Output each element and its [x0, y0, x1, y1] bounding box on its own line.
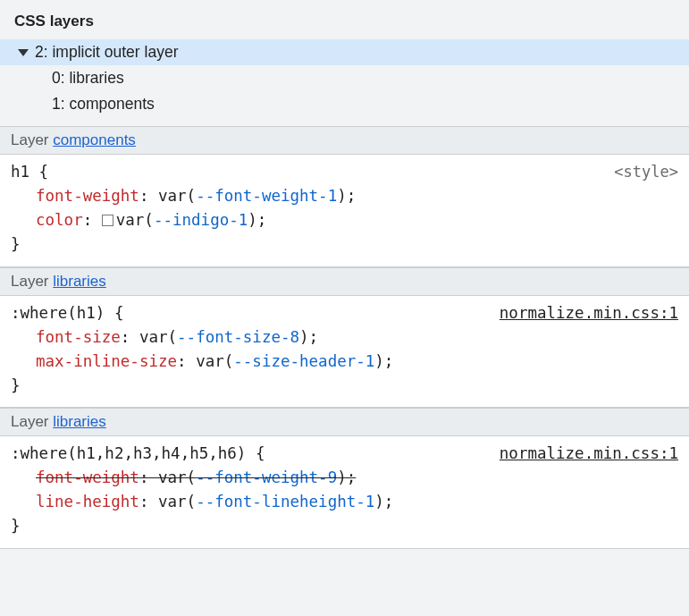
- css-declaration[interactable]: font-weight: var(--font-weight-1);: [11, 184, 678, 208]
- layer-header-prefix: Layer: [11, 131, 53, 148]
- property-name: font-weight: [36, 468, 139, 486]
- css-declaration[interactable]: line-height: var(--font-lineheight-1);: [11, 490, 678, 514]
- css-variable[interactable]: --font-size-8: [177, 328, 299, 346]
- rule-selector[interactable]: h1 {: [11, 160, 48, 184]
- property-name: font-size: [36, 328, 121, 346]
- property-name: color: [36, 211, 83, 229]
- panel-title: CSS layers: [0, 0, 689, 39]
- value-suffix: );: [337, 187, 356, 205]
- rule-block: h1 {<style>font-weight: var(--font-weigh…: [0, 155, 689, 267]
- property-name: line-height: [36, 493, 139, 511]
- layer-link[interactable]: components: [53, 131, 136, 148]
- css-variable[interactable]: --font-weight-1: [196, 187, 337, 205]
- tree-label: 0: libraries: [52, 69, 124, 88]
- rule-selector[interactable]: :where(h1) {: [11, 301, 123, 325]
- css-declaration[interactable]: max-inline-size: var(--size-header-1);: [11, 350, 678, 374]
- rule-block: :where(h1,h2,h3,h4,h5,h6) {normalize.min…: [0, 436, 689, 549]
- value-suffix: );: [374, 493, 393, 511]
- layer-link[interactable]: libraries: [53, 273, 106, 290]
- layer-header: Layer libraries: [0, 267, 689, 296]
- property-name: font-weight: [36, 187, 139, 205]
- css-variable[interactable]: --size-header-1: [233, 352, 374, 370]
- value-suffix: );: [337, 468, 356, 486]
- rule-close-brace: }: [11, 374, 678, 398]
- rule-source: <style>: [614, 160, 678, 183]
- color-swatch-icon[interactable]: [102, 215, 113, 226]
- layer-link[interactable]: libraries: [53, 413, 106, 430]
- rule-block: :where(h1) {normalize.min.css:1font-size…: [0, 296, 689, 409]
- value-suffix: );: [248, 211, 266, 229]
- colon: :: [177, 352, 196, 370]
- layer-header-prefix: Layer: [11, 413, 53, 430]
- tree-label: 2: implicit outer layer: [35, 43, 178, 62]
- value-prefix: var(: [196, 352, 233, 370]
- tree-label: 1: components: [52, 95, 155, 114]
- property-name: max-inline-size: [36, 352, 177, 370]
- tree-row-root[interactable]: 2: implicit outer layer: [0, 39, 689, 65]
- colon: :: [139, 493, 158, 511]
- colon: :: [139, 468, 158, 486]
- value-prefix: var(: [139, 328, 177, 346]
- rule-source[interactable]: normalize.min.css:1: [500, 301, 678, 325]
- layer-header: Layer components: [0, 126, 689, 155]
- css-variable[interactable]: --font-lineheight-1: [196, 493, 374, 511]
- colon: :: [83, 211, 102, 229]
- rule-selector[interactable]: :where(h1,h2,h3,h4,h5,h6) {: [11, 442, 265, 466]
- value-prefix: var(: [158, 493, 196, 511]
- layer-header: Layer libraries: [0, 408, 689, 436]
- value-suffix: );: [299, 328, 318, 346]
- css-variable[interactable]: --indigo-1: [154, 211, 248, 229]
- css-declaration[interactable]: color: var(--indigo-1);: [11, 208, 678, 232]
- disclosure-triangle-icon[interactable]: [18, 49, 29, 56]
- colon: :: [139, 187, 158, 205]
- value-suffix: );: [374, 352, 393, 370]
- css-declaration[interactable]: font-weight: var(--font-weight-9);: [11, 466, 678, 490]
- tree-row-child[interactable]: 0: libraries: [0, 65, 689, 91]
- tree-row-child[interactable]: 1: components: [0, 91, 689, 117]
- value-prefix: var(: [116, 211, 154, 229]
- value-prefix: var(: [158, 468, 196, 486]
- rule-close-brace: }: [11, 514, 678, 538]
- rule-source[interactable]: normalize.min.css:1: [500, 442, 678, 466]
- value-prefix: var(: [158, 187, 196, 205]
- colon: :: [121, 328, 139, 346]
- css-variable[interactable]: --font-weight-9: [196, 468, 337, 486]
- layer-header-prefix: Layer: [11, 273, 53, 290]
- layer-tree: 2: implicit outer layer 0: libraries 1: …: [0, 39, 689, 126]
- css-declaration[interactable]: font-size: var(--font-size-8);: [11, 325, 678, 350]
- rule-close-brace: }: [11, 232, 678, 257]
